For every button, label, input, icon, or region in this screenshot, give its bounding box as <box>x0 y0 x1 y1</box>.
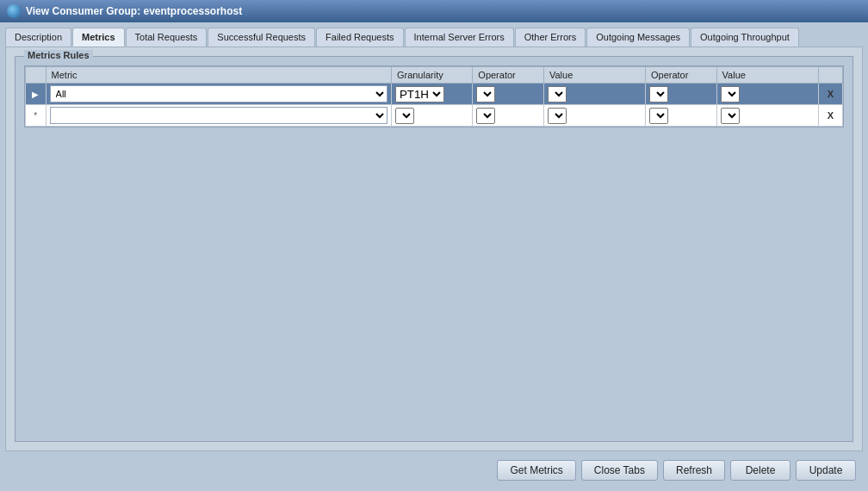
col-header-metric: Metric <box>46 67 391 84</box>
tab-internal-server-errors[interactable]: Internal Server Errors <box>405 28 514 47</box>
granularity-select-row1[interactable]: PT1H <box>395 86 444 103</box>
row-new-indicator: * <box>26 105 46 127</box>
col-header-arrow <box>26 67 46 84</box>
metrics-rules-box: Metrics Rules Metric Granularity Operato… <box>15 56 853 442</box>
col-header-operator1: Operator <box>473 67 544 84</box>
bottom-bar: Get Metrics Close Tabs Refresh Delete Up… <box>5 455 863 486</box>
col-header-value2: Value <box>716 67 818 84</box>
main-content: Description Metrics Total Requests Succe… <box>0 22 868 491</box>
metric-select-wrapper: All <box>50 85 388 103</box>
row-operator1-cell-new <box>473 105 544 127</box>
metric-select-row2[interactable] <box>50 107 388 124</box>
update-button[interactable]: Update <box>796 460 856 481</box>
metric-select-wrapper-new <box>50 107 388 124</box>
operator2-select-row2[interactable] <box>649 108 668 124</box>
tab-metrics[interactable]: Metrics <box>72 28 125 47</box>
col-header-value1: Value <box>543 67 645 84</box>
tab-outgoing-messages[interactable]: Outgoing Messages <box>586 28 690 47</box>
metric-select-row1[interactable]: All <box>50 85 388 103</box>
metrics-table: Metric Granularity Operator Value Operat… <box>25 66 843 127</box>
row-value1-cell-new <box>543 105 645 127</box>
metrics-table-container: Metric Granularity Operator Value Operat… <box>24 65 844 127</box>
get-metrics-button[interactable]: Get Metrics <box>497 460 575 481</box>
row-delete-row2[interactable]: X <box>818 105 842 127</box>
row-metric-cell: All <box>46 84 391 105</box>
granularity-select-row2[interactable] <box>395 108 414 124</box>
tab-other-errors[interactable]: Other Errors <box>515 28 586 47</box>
row-delete-row1[interactable]: X <box>818 84 842 105</box>
row-value2-cell <box>716 84 818 105</box>
row-granularity-cell: PT1H <box>391 84 472 105</box>
row-value2-cell-new <box>716 105 818 127</box>
table-row: ▶ All PT1H <box>26 84 843 105</box>
delete-button[interactable]: Delete <box>730 460 790 481</box>
tab-total-requests[interactable]: Total Requests <box>126 28 208 47</box>
metrics-panel: Metrics Rules Metric Granularity Operato… <box>5 47 863 451</box>
metrics-rules-legend: Metrics Rules <box>24 50 93 60</box>
globe-icon <box>7 4 21 18</box>
refresh-button[interactable]: Refresh <box>663 460 725 481</box>
col-header-granularity: Granularity <box>391 67 472 84</box>
row-selected-indicator: ▶ <box>26 84 46 105</box>
title-bar: View Consumer Group: eventprocessorhost <box>0 0 868 22</box>
row-operator2-cell <box>645 84 716 105</box>
tab-description[interactable]: Description <box>5 28 71 47</box>
row-granularity-cell-new <box>391 105 472 127</box>
operator2-select-row1[interactable] <box>649 86 668 103</box>
row-operator2-cell-new <box>645 105 716 127</box>
col-header-x <box>818 67 842 84</box>
value1-select-row2[interactable] <box>548 108 567 124</box>
table-row: * <box>26 105 843 127</box>
row-value1-cell <box>543 84 645 105</box>
table-header-row: Metric Granularity Operator Value Operat… <box>26 67 843 84</box>
operator1-select-row2[interactable] <box>476 108 495 124</box>
row-metric-cell-new <box>46 105 391 127</box>
tab-failed-requests[interactable]: Failed Requests <box>316 28 404 47</box>
col-header-operator2: Operator <box>645 67 716 84</box>
value2-select-row1[interactable] <box>721 86 740 103</box>
window-title: View Consumer Group: eventprocessorhost <box>26 5 242 17</box>
tab-successful-requests[interactable]: Successful Requests <box>208 28 315 47</box>
value2-select-row2[interactable] <box>721 108 740 124</box>
operator1-select-row1[interactable] <box>476 86 495 103</box>
tab-outgoing-throughput[interactable]: Outgoing Throughput <box>691 28 799 47</box>
tab-bar: Description Metrics Total Requests Succe… <box>5 28 863 47</box>
close-tabs-button[interactable]: Close Tabs <box>581 460 658 481</box>
value1-select-row1[interactable] <box>548 86 567 103</box>
row-operator1-cell <box>473 84 544 105</box>
